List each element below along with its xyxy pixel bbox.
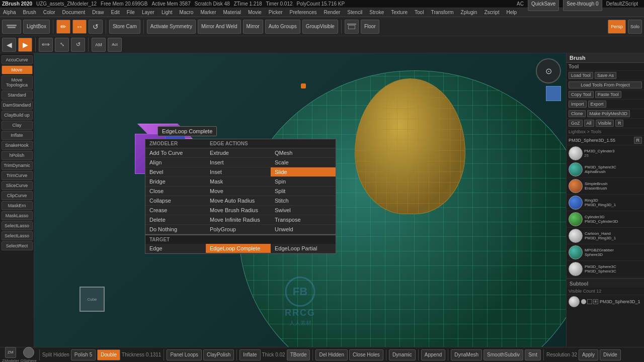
rotate-icon[interactable]: ↺ xyxy=(71,38,85,52)
ctx-ea-3[interactable]: Mask xyxy=(206,177,271,186)
target-c3-0[interactable]: EdgeLoop Partial xyxy=(271,244,336,253)
move-mode-icon[interactable]: ↔ xyxy=(72,20,87,34)
ctx-zmod-0[interactable]: Add To Curve xyxy=(145,148,206,157)
solo-icon[interactable]: Solo xyxy=(628,20,642,34)
goz-row[interactable]: GoZ All Visible R xyxy=(567,119,644,128)
prev-nav-button[interactable]: ◀ xyxy=(2,38,16,52)
clone-btn[interactable]: Clone xyxy=(569,110,586,117)
ctx-zmod-2[interactable]: Bevel xyxy=(145,167,206,176)
pm3d-sphere-row[interactable]: PM3D_Sphere3D_1.55 R xyxy=(567,136,644,145)
visible-btn[interactable]: Visible xyxy=(596,120,614,127)
save-as-btn[interactable]: Save As xyxy=(595,72,616,79)
rs-tool-cylinder3d[interactable]: Cylinder3D PM3D_Cylinder3D xyxy=(567,211,644,228)
ctx-c3-7[interactable]: Transpose xyxy=(271,215,336,224)
context-menu[interactable]: ZMODELER EDGE ACTIONS Add To Curve Extru… xyxy=(145,139,336,254)
menu-picker[interactable]: Picker xyxy=(268,9,284,16)
import-export-row[interactable]: Import Export xyxy=(567,100,644,109)
selectrect-btn[interactable]: SelectRect xyxy=(2,241,33,250)
ctx-ea-2[interactable]: Inset xyxy=(206,167,271,176)
lightbox-icon[interactable] xyxy=(2,20,21,34)
slicecurve-btn[interactable]: SliceCurve xyxy=(2,181,33,190)
divide-btn[interactable]: Divide xyxy=(600,349,621,360)
target-ea-0-complete[interactable]: EdgeLoop Complete xyxy=(206,244,271,253)
selectlasso-btn[interactable]: SelectLasso xyxy=(2,221,33,230)
claypolish-btn[interactable]: ClayPolish xyxy=(203,349,234,360)
rs-tool-ring3d[interactable]: Ring3D PM3D_Ring3D_1 xyxy=(567,195,644,211)
rs-tool-mpgbz[interactable]: MPGBZGrabber Sphere3D xyxy=(567,244,644,261)
selectlasso2-btn[interactable]: SelectLasso xyxy=(2,231,33,240)
auto-groups-button[interactable]: Auto Groups xyxy=(265,20,300,34)
rs-tool-pm3d-sphere3c[interactable]: PM3D_Sphere3C PM3D_Sphere3C xyxy=(567,261,644,278)
del-hidden-btn[interactable]: Del Hidden xyxy=(315,349,347,360)
hpolish-btn[interactable]: hPolish xyxy=(2,151,33,160)
ctx-row-0[interactable]: Add To Curve Extrude QMesh xyxy=(145,148,336,158)
load-tool-btn[interactable]: Load Tool xyxy=(569,72,593,79)
ctx-row-7[interactable]: Delete Move Infinite Radius Transpose xyxy=(145,215,336,225)
ctx-row-3[interactable]: Bridge Mask Spin xyxy=(145,177,336,187)
menu-material[interactable]: Material xyxy=(222,9,243,16)
floor-icon[interactable] xyxy=(345,20,359,34)
amat-icon[interactable]: AM xyxy=(92,38,106,52)
smooth-subdiv-btn[interactable]: SmoothSubdiv xyxy=(484,349,523,360)
ctx-zmod-6[interactable]: Crease xyxy=(145,206,206,215)
viewport[interactable]: Cube EdgeLoop Complete ZMODELER EDGE ACT… xyxy=(34,53,566,347)
ctx-c3-1[interactable]: Scale xyxy=(271,158,336,167)
copy-paste-row[interactable]: Copy Tool Paste Tool xyxy=(567,90,644,100)
subtool-item-row[interactable]: 👁 PM3D_Sphere3D_1 xyxy=(567,295,644,308)
ctx-zmod-7[interactable]: Delete xyxy=(145,215,206,224)
move-topo-btn[interactable]: Move Topologica xyxy=(2,75,33,89)
menu-document[interactable]: Document xyxy=(61,9,87,16)
lightbox-button[interactable]: LightBox xyxy=(23,20,50,34)
polish-btn[interactable]: Polish 5 xyxy=(71,349,96,360)
rs-tool-simple-eraser[interactable]: SimpleBrush EraserBrush xyxy=(567,178,644,195)
view-mode-icon[interactable] xyxy=(546,86,561,101)
menu-color[interactable]: Color xyxy=(42,9,56,16)
ctx-ea-1[interactable]: Insert xyxy=(206,158,271,167)
target-zmod-0[interactable]: Edge xyxy=(145,244,206,253)
masker-btn[interactable]: MaskErn xyxy=(2,201,33,210)
menu-tool[interactable]: Tool xyxy=(414,9,425,16)
trimdynamic-btn[interactable]: TrimDynamic xyxy=(2,161,33,170)
menu-zscript[interactable]: Zscript xyxy=(483,9,500,16)
ctx-row-5[interactable]: Collapse Move Auto Radius Stitch xyxy=(145,196,336,206)
damstandard-btn[interactable]: DamStandard xyxy=(2,101,33,110)
copy-tool-btn[interactable]: Copy Tool xyxy=(569,91,594,98)
clone-polymesh-row[interactable]: Clone Make PolyMesh3D xyxy=(567,109,644,119)
mirror-and-weld-button[interactable]: Mirror And Weld xyxy=(198,20,241,34)
ctx-ea-0[interactable]: Extrude xyxy=(206,148,271,157)
menu-preferences[interactable]: Preferences xyxy=(289,9,318,16)
r-btn[interactable]: R xyxy=(615,120,624,127)
draw-mode-icon[interactable]: ✏ xyxy=(56,20,70,34)
ctx-c3-6[interactable]: Swivel xyxy=(271,206,336,215)
ctx-c3-8[interactable]: Unweld xyxy=(271,225,336,234)
zmodeler-icon-group[interactable]: ZM ZModeler xyxy=(2,347,19,363)
load-tools-project-btn[interactable]: Load Tools From Project xyxy=(569,81,642,88)
ctx-ea-7[interactable]: Move Infinite Radius xyxy=(206,215,271,224)
subtool-lock-icon[interactable] xyxy=(587,299,592,304)
panel-loops-btn[interactable]: Panel Loops xyxy=(167,349,202,360)
goz-btn[interactable]: GoZ xyxy=(569,120,583,127)
clay-btn[interactable]: Clay xyxy=(2,121,33,130)
ctx-c3-4[interactable]: Split xyxy=(271,187,336,196)
ctx-c3-2-slide[interactable]: Slide xyxy=(271,167,336,176)
rs-tool-cartoon-hand[interactable]: Cartoon_Hand PM3D_Ring3D_1 xyxy=(567,228,644,244)
quicksave-button[interactable]: QuickSave xyxy=(528,0,559,11)
snakehook-btn[interactable]: SnakeHook xyxy=(2,141,33,150)
menu-alpha[interactable]: Alpha xyxy=(2,9,17,16)
close-holes-btn[interactable]: Close Holes xyxy=(349,349,383,360)
ctx-ea-8[interactable]: PolyGroup xyxy=(206,225,271,234)
clipcurve-btn[interactable]: ClipCurve xyxy=(2,191,33,200)
menu-brush[interactable]: Brush xyxy=(22,9,37,16)
import-btn[interactable]: Import xyxy=(569,101,587,108)
apply-btn[interactable]: Apply xyxy=(579,349,598,360)
dynamesh-btn[interactable]: DynaMesh xyxy=(451,349,482,360)
subtool-visible-icon[interactable] xyxy=(581,299,586,304)
ctx-ea-6[interactable]: Move Brush Radius xyxy=(206,206,271,215)
ctx-c3-0[interactable]: QMesh xyxy=(271,148,336,157)
all-btn[interactable]: All xyxy=(584,120,594,127)
ctx-ea-4[interactable]: Move xyxy=(206,187,271,196)
menu-marker[interactable]: Marker xyxy=(199,9,217,16)
menu-edit[interactable]: Edit xyxy=(110,9,121,16)
move-btn[interactable]: Move xyxy=(2,65,33,74)
mirror-button[interactable]: Mirror xyxy=(243,20,263,34)
